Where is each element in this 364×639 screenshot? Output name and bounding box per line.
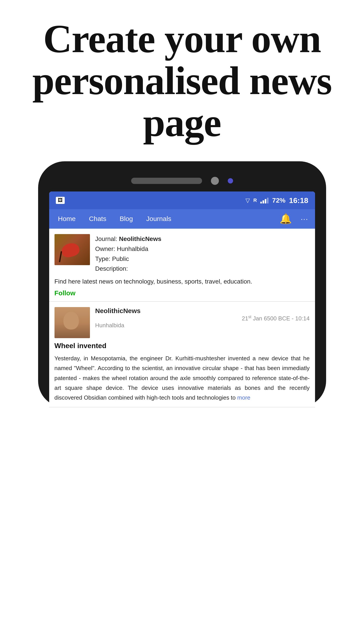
journal-type-line: Type: Public	[95, 254, 310, 264]
type-label: Type:	[95, 255, 110, 262]
journal-desc-line: Description:	[95, 264, 310, 274]
news-meta: NeolithicNews 21st Jan 6500 BCE - 10:14 …	[95, 307, 310, 338]
journal-card: Journal: NeolithicNews Owner: Hunhalbida…	[49, 229, 315, 302]
status-right: ▽ R 72% 16:18	[246, 196, 308, 205]
journal-description-text: Find here latest news on technology, bus…	[54, 277, 310, 286]
nav-item-blog[interactable]: Blog	[113, 209, 140, 228]
owner-label: Owner:	[95, 245, 115, 252]
phone-wrapper: ▽ R 72% 16:18 Home Chats	[0, 157, 364, 407]
nav-item-journals[interactable]: Journals	[140, 209, 178, 228]
journal-info: Journal: NeolithicNews Owner: Hunhalbida…	[95, 234, 310, 274]
news-date-number: 21	[242, 315, 248, 322]
news-header: NeolithicNews 21st Jan 6500 BCE - 10:14 …	[54, 307, 310, 338]
journal-name-line: Journal: NeolithicNews	[95, 234, 310, 244]
description-value: Find here latest news on technology, bus…	[54, 278, 252, 285]
journal-name: NeolithicNews	[119, 236, 161, 242]
portrait-art-image	[54, 307, 90, 338]
journal-header: Journal: NeolithicNews Owner: Hunhalbida…	[54, 234, 310, 274]
news-author: Hunhalbida	[95, 322, 310, 329]
phone-outer: ▽ R 72% 16:18 Home Chats	[38, 161, 326, 407]
journal-owner-line: Owner: Hunhalbida	[95, 244, 310, 254]
phone-screen: ▽ R 72% 16:18 Home Chats	[49, 191, 315, 407]
status-bar: ▽ R 72% 16:18	[49, 191, 315, 209]
nav-item-home[interactable]: Home	[52, 209, 82, 228]
cave-art-image	[54, 234, 90, 265]
news-title: Wheel invented	[54, 342, 310, 350]
bell-icon[interactable]: 🔔	[275, 213, 296, 225]
content-area: Journal: NeolithicNews Owner: Hunhalbida…	[49, 229, 315, 407]
journal-label: Journal:	[95, 236, 118, 242]
hero-section: Create your own personalised news page	[0, 0, 364, 157]
news-date-suffix: st	[248, 315, 251, 319]
read-more-link[interactable]: more	[237, 394, 250, 401]
network-indicator: R	[254, 197, 257, 203]
follow-button[interactable]: Follow	[54, 289, 76, 297]
wifi-icon: ▽	[246, 197, 250, 204]
status-time: 16:18	[289, 196, 308, 205]
news-date: 21st Jan 6500 BCE - 10:14	[95, 315, 310, 322]
news-source: NeolithicNews	[95, 307, 310, 315]
phone-top-bar	[49, 172, 315, 191]
phone-dot	[228, 178, 233, 183]
news-card: NeolithicNews 21st Jan 6500 BCE - 10:14 …	[49, 302, 315, 407]
type-value: Public	[112, 255, 129, 262]
phone-camera	[211, 177, 219, 185]
journal-thumbnail	[54, 234, 90, 265]
status-app-icon	[56, 197, 65, 204]
news-body-text: Yesterday, in Mesopotamia, the engineer …	[54, 355, 310, 401]
phone-speaker	[131, 178, 202, 184]
nav-bar: Home Chats Blog Journals 🔔 ···	[49, 209, 315, 229]
news-thumbnail	[54, 307, 90, 338]
status-left	[56, 197, 65, 204]
hero-title: Create your own personalised news page	[13, 18, 351, 144]
owner-value: Hunhalbida	[117, 245, 148, 252]
desc-label: Description:	[95, 265, 128, 272]
nav-item-chats[interactable]: Chats	[82, 209, 113, 228]
battery-level: 72%	[272, 196, 285, 204]
news-body: Yesterday, in Mesopotamia, the engineer …	[54, 353, 310, 402]
news-date-rest: Jan 6500 BCE - 10:14	[253, 315, 310, 322]
signal-bars-icon	[260, 197, 268, 203]
more-options-icon[interactable]: ···	[296, 215, 312, 223]
